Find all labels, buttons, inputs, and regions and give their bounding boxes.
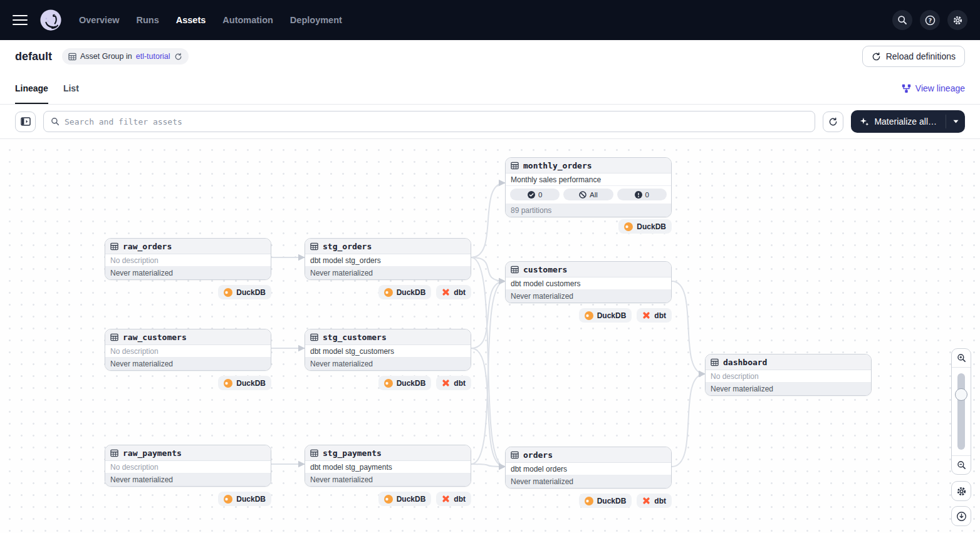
reload-icon	[872, 52, 881, 61]
partition-status-row: 0All0	[506, 186, 671, 204]
asset-description: No description	[105, 345, 271, 358]
asset-tags-orders: DuckDBdbt	[505, 494, 672, 508]
tag-dbt[interactable]: dbt	[637, 308, 672, 323]
zoom-slider-track[interactable]	[957, 373, 965, 450]
materialize-split-button: Materialize all…	[851, 110, 965, 133]
tag-duckdb[interactable]: DuckDB	[579, 494, 632, 508]
tabs-row: LineageList View lineage	[0, 73, 980, 105]
help-icon[interactable]: ?	[920, 10, 940, 30]
tag-duckdb[interactable]: DuckDB	[218, 492, 271, 506]
asset-description: dbt model stg_customers	[305, 345, 471, 358]
nav-item-runs[interactable]: Runs	[137, 15, 159, 25]
search-icon	[51, 117, 60, 126]
asset-description: No description	[105, 254, 271, 267]
asset-node-stg_orders[interactable]: stg_ordersdbt model stg_ordersNever mate…	[305, 238, 471, 280]
tag-duckdb[interactable]: DuckDB	[218, 285, 271, 299]
asset-status: Never materialized	[105, 358, 271, 370]
duckdb-icon	[624, 222, 633, 231]
duckdb-icon	[585, 311, 593, 320]
asset-node-raw_customers[interactable]: raw_customersNo descriptionNever materia…	[105, 329, 271, 371]
asset-tags-stg_orders: DuckDBdbt	[305, 285, 471, 299]
nav-item-deployment[interactable]: Deployment	[290, 15, 342, 25]
tab-list[interactable]: List	[63, 73, 79, 104]
caret-down-icon	[953, 120, 959, 123]
asset-description: dbt model orders	[506, 463, 671, 475]
asset-name: customers	[506, 262, 671, 277]
svg-text:?: ?	[928, 17, 932, 24]
zoom-in-button[interactable]	[952, 349, 971, 368]
graph-settings-button[interactable]	[951, 481, 971, 501]
table-icon	[110, 242, 118, 251]
nav-item-overview[interactable]: Overview	[79, 15, 120, 25]
reload-definitions-button[interactable]: Reload definitions	[862, 46, 965, 67]
dbt-icon	[642, 311, 650, 319]
tag-dbt[interactable]: dbt	[436, 492, 471, 506]
asset-status: 89 partitions	[506, 204, 671, 217]
tag-duckdb[interactable]: DuckDB	[378, 492, 432, 506]
partition-status-pill[interactable]: 0	[510, 189, 560, 200]
tab-lineage[interactable]: Lineage	[15, 73, 48, 104]
hamburger-menu-icon[interactable]	[13, 15, 28, 25]
refresh-graph-button[interactable]	[823, 111, 843, 132]
primary-nav: OverviewRunsAssetsAutomationDeployment	[79, 15, 342, 25]
tag-duckdb[interactable]: DuckDB	[618, 219, 672, 234]
asset-status: Never materialized	[305, 267, 471, 279]
tag-duckdb[interactable]: DuckDB	[378, 376, 432, 390]
asset-name: monthly_orders	[506, 158, 671, 173]
asset-status: Never materialized	[105, 267, 271, 279]
user-settings-gear-icon[interactable]	[947, 10, 967, 30]
asset-tags-raw_customers: DuckDB	[105, 376, 271, 390]
materialize-all-label: Materialize all…	[874, 116, 937, 127]
asset-name: orders	[506, 447, 671, 463]
asset-node-raw_payments[interactable]: raw_paymentsNo descriptionNever material…	[105, 445, 271, 487]
zoom-slider-handle[interactable]	[955, 388, 967, 401]
code-location-link[interactable]: etl-tutorial	[136, 52, 170, 61]
asset-status: Never materialized	[105, 473, 271, 486]
dbt-icon	[442, 288, 450, 296]
asset-node-dashboard[interactable]: dashboardNo descriptionNever materialize…	[705, 354, 872, 396]
nav-item-assets[interactable]: Assets	[176, 15, 206, 25]
asset-search-input[interactable]	[65, 117, 808, 127]
asset-node-stg_payments[interactable]: stg_paymentsdbt model stg_paymentsNever …	[305, 445, 471, 487]
lineage-graph[interactable]: monthly_ordersMonthly sales performance0…	[0, 139, 980, 533]
asset-node-orders[interactable]: ordersdbt model ordersNever materialized	[505, 447, 672, 489]
tag-duckdb[interactable]: DuckDB	[378, 285, 432, 299]
tag-dbt[interactable]: dbt	[436, 376, 471, 390]
zoom-out-button[interactable]	[952, 455, 971, 474]
view-lineage-label: View lineage	[915, 83, 965, 93]
download-graph-button[interactable]	[951, 506, 971, 526]
badge-refresh-icon[interactable]	[174, 53, 182, 61]
tag-duckdb[interactable]: DuckDB	[218, 376, 271, 390]
asset-status: Never materialized	[506, 475, 671, 488]
tag-dbt[interactable]: dbt	[436, 285, 471, 299]
asset-tags-stg_customers: DuckDBdbt	[305, 376, 471, 390]
table-icon	[110, 333, 118, 341]
asset-tags-raw_orders: DuckDB	[105, 285, 271, 299]
view-lineage-link[interactable]: View lineage	[902, 83, 965, 93]
asset-node-raw_orders[interactable]: raw_ordersNo descriptionNever materializ…	[105, 238, 271, 280]
global-search-icon[interactable]	[892, 10, 912, 30]
asset-node-monthly_orders[interactable]: monthly_ordersMonthly sales performance0…	[505, 157, 672, 217]
zoom-in-icon	[957, 353, 966, 363]
materialize-dropdown-button[interactable]	[946, 110, 965, 133]
table-icon	[511, 266, 519, 274]
asset-tags-monthly_orders: DuckDB	[505, 219, 672, 234]
lineage-graph-icon	[902, 84, 911, 93]
page-header: default Asset Group in etl-tutorial Relo…	[0, 40, 980, 73]
sidebar-toggle-button[interactable]	[15, 111, 36, 132]
duckdb-icon	[585, 497, 593, 505]
table-icon	[511, 451, 519, 459]
asset-node-customers[interactable]: customersdbt model customersNever materi…	[505, 261, 672, 303]
partition-status-pill[interactable]: All	[563, 189, 613, 200]
materialize-all-button[interactable]: Materialize all…	[851, 110, 946, 133]
asset-group-badge: Asset Group in etl-tutorial	[62, 48, 189, 65]
dagster-logo[interactable]	[39, 8, 63, 32]
asset-description: No description	[105, 461, 271, 473]
lineage-toolbar: Materialize all…	[0, 105, 980, 139]
zoom-slider[interactable]	[957, 368, 965, 455]
nav-item-automation[interactable]: Automation	[222, 15, 273, 25]
tag-duckdb[interactable]: DuckDB	[579, 308, 632, 323]
partition-status-pill[interactable]: 0	[617, 189, 667, 200]
asset-node-stg_customers[interactable]: stg_customersdbt model stg_customersNeve…	[305, 329, 471, 371]
tag-dbt[interactable]: dbt	[637, 494, 672, 508]
